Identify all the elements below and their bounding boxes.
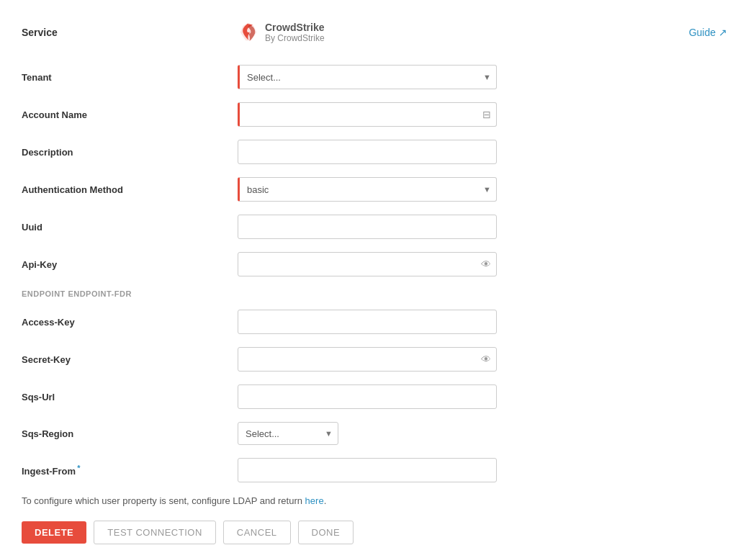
secret-key-label: Secret-Key bbox=[22, 354, 238, 365]
account-name-input-wrapper: ⊟ bbox=[238, 102, 497, 127]
secret-key-input[interactable] bbox=[238, 347, 497, 372]
service-name-block: CrowdStrike By CrowdStrike bbox=[265, 22, 325, 43]
test-connection-button[interactable]: TEST CONNECTION bbox=[94, 521, 216, 544]
access-key-row: Access-Key bbox=[22, 310, 727, 334]
service-label: Service bbox=[22, 27, 238, 38]
account-name-label: Account Name bbox=[22, 109, 238, 120]
endpoint-section-header: ENDPOINT ENDPOINT-FDR bbox=[22, 289, 727, 298]
auth-method-select-wrapper: basic oauth2 ▼ bbox=[238, 177, 497, 202]
sqs-region-select-wrapper: Select... us-east-1 us-west-2 eu-west-1 … bbox=[238, 422, 338, 445]
sqs-region-select[interactable]: Select... us-east-1 us-west-2 eu-west-1 bbox=[238, 422, 338, 445]
description-row: Description bbox=[22, 140, 727, 164]
access-key-input[interactable] bbox=[238, 310, 497, 334]
ingest-from-asterisk: * bbox=[77, 464, 80, 472]
guide-link[interactable]: Guide ↗ bbox=[689, 27, 727, 38]
description-label: Description bbox=[22, 147, 238, 158]
description-input[interactable] bbox=[238, 140, 497, 164]
ingest-from-label: Ingest-From* bbox=[22, 464, 238, 477]
access-key-label: Access-Key bbox=[22, 317, 238, 328]
service-sub: By CrowdStrike bbox=[265, 33, 325, 43]
ingest-from-row: Ingest-From* bbox=[22, 458, 727, 482]
uuid-input[interactable] bbox=[238, 215, 497, 239]
guide-text: Guide bbox=[689, 27, 716, 38]
footer-note-text: To configure which user property is sent… bbox=[22, 495, 305, 506]
sqs-url-label: Sqs-Url bbox=[22, 392, 238, 402]
footer-actions: DELETE TEST CONNECTION CANCEL DONE bbox=[22, 521, 727, 544]
ingest-from-input[interactable] bbox=[238, 458, 497, 482]
secret-key-input-wrapper: 👁 bbox=[238, 347, 497, 372]
service-row: Service CrowdStrike By CrowdStrike Guide… bbox=[22, 22, 727, 43]
auth-method-select[interactable]: basic oauth2 bbox=[238, 177, 497, 202]
tenant-select-wrapper: Select... ▼ bbox=[238, 65, 497, 89]
footer-period: . bbox=[324, 495, 327, 506]
crowdstrike-logo-icon bbox=[238, 22, 259, 43]
api-key-label: Api-Key bbox=[22, 259, 238, 270]
delete-button[interactable]: DELETE bbox=[22, 521, 86, 544]
api-key-toggle-icon[interactable]: 👁 bbox=[481, 258, 491, 270]
crowdstrike-logo: CrowdStrike By CrowdStrike bbox=[238, 22, 325, 43]
api-key-input-wrapper: 👁 bbox=[238, 252, 497, 276]
tenant-label: Tenant bbox=[22, 72, 238, 83]
api-key-input[interactable] bbox=[238, 252, 497, 276]
page-container: Service CrowdStrike By CrowdStrike Guide… bbox=[0, 0, 756, 558]
service-info: CrowdStrike By CrowdStrike Guide ↗ bbox=[238, 22, 727, 43]
done-button[interactable]: DONE bbox=[298, 521, 354, 544]
footer-here-link[interactable]: here bbox=[305, 495, 324, 506]
tenant-select[interactable]: Select... bbox=[238, 65, 497, 89]
secret-key-toggle-icon[interactable]: 👁 bbox=[481, 354, 491, 365]
uuid-label: Uuid bbox=[22, 222, 238, 233]
auth-method-row: Authentication Method basic oauth2 ▼ bbox=[22, 177, 727, 202]
secret-key-row: Secret-Key 👁 bbox=[22, 347, 727, 372]
account-name-input[interactable] bbox=[238, 102, 497, 127]
auth-method-label: Authentication Method bbox=[22, 184, 238, 195]
cancel-button[interactable]: CANCEL bbox=[223, 521, 291, 544]
sqs-url-input[interactable] bbox=[238, 384, 497, 409]
uuid-row: Uuid bbox=[22, 215, 727, 239]
external-link-icon: ↗ bbox=[719, 27, 727, 38]
sqs-region-label: Sqs-Region bbox=[22, 428, 238, 439]
sqs-url-row: Sqs-Url bbox=[22, 384, 727, 409]
footer-note: To configure which user property is sent… bbox=[22, 495, 727, 506]
tenant-row: Tenant Select... ▼ bbox=[22, 65, 727, 89]
copy-icon[interactable]: ⊟ bbox=[482, 109, 491, 120]
api-key-row: Api-Key 👁 bbox=[22, 252, 727, 276]
sqs-region-row: Sqs-Region Select... us-east-1 us-west-2… bbox=[22, 422, 727, 445]
service-name: CrowdStrike bbox=[265, 22, 325, 33]
account-name-row: Account Name ⊟ bbox=[22, 102, 727, 127]
